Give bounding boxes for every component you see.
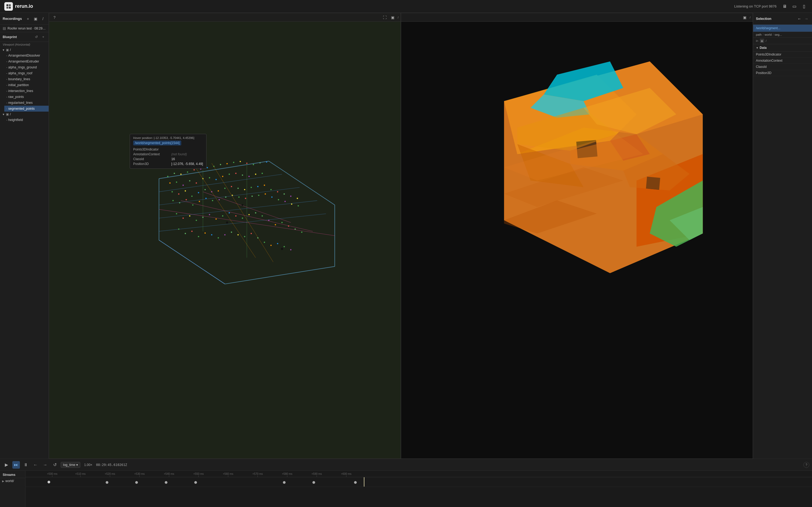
fullscreen-button-3d[interactable]: ⛶ xyxy=(382,14,388,21)
timeline-track[interactable] xyxy=(26,477,812,487)
dot-icon: • xyxy=(6,66,7,69)
connection-status: Listening on TCP port 9876 xyxy=(734,4,776,8)
item-label: initial_partition xyxy=(8,83,29,87)
dot-icon: • xyxy=(6,78,7,80)
monitor-icon[interactable]: 🖥 xyxy=(781,3,789,10)
recording-options-icon[interactable]: ▣ xyxy=(33,16,38,22)
tree-item-arrangement-dissolver[interactable]: • ArrangementDissolver xyxy=(4,53,49,58)
help-button-3d[interactable]: ? xyxy=(51,14,58,21)
step-forward-button[interactable]: ⏭ xyxy=(12,461,20,469)
hover-key: Points3DIndicator xyxy=(133,148,168,151)
ruler-mark: +560 ms xyxy=(223,472,233,477)
tree-item-alpha-rings-roof[interactable]: • alpha_rings_roof xyxy=(4,70,49,76)
tree-root-1[interactable]: ▼ ▣ / xyxy=(0,47,49,53)
hover-key: AnnotationContext xyxy=(133,152,168,156)
dot-icon: • xyxy=(6,90,7,92)
pause-button[interactable]: ⏸ xyxy=(22,461,30,469)
nav-back-button[interactable]: ← xyxy=(797,16,802,22)
tree-item-heightfield[interactable]: • heightfield xyxy=(4,117,49,123)
hover-row-classid: ClassId 16 xyxy=(133,157,203,162)
nav-fwd-button[interactable]: → xyxy=(803,16,809,22)
mobile-icon[interactable]: ▯ xyxy=(800,3,808,10)
hover-row-position3d: Position3D [-12.076, -5.658, 4.49] xyxy=(133,162,203,166)
svg-point-38 xyxy=(178,193,180,195)
svg-point-63 xyxy=(212,200,213,201)
loop-button[interactable]: ↺ xyxy=(51,461,58,469)
dot-icon: • xyxy=(6,102,7,104)
data-section-header[interactable]: ▼ Data xyxy=(753,44,812,52)
recordings-title: Recordings xyxy=(3,17,23,21)
data-item-annotation[interactable]: AnnotationContext xyxy=(753,58,812,64)
tree-item-arrangement-extruder[interactable]: • ArrangementExtruder xyxy=(4,58,49,64)
hover-row-points3d: Points3DIndicator xyxy=(133,147,203,152)
tree-item-raw-points[interactable]: • raw_points xyxy=(4,94,49,100)
viewport-segmented[interactable]: ▣ / xyxy=(401,13,753,459)
tree-item-intersection-lines[interactable]: • intersection_lines xyxy=(4,88,49,94)
svg-point-62 xyxy=(205,198,207,199)
blueprint-reset-button[interactable]: ↺ xyxy=(34,34,39,40)
timeline-chevron-icon: ▾ xyxy=(76,463,78,467)
tree-root-2[interactable]: ▼ ▣ / xyxy=(0,112,49,117)
svg-point-95 xyxy=(176,213,177,214)
svg-point-101 xyxy=(215,218,217,220)
svg-point-37 xyxy=(171,191,173,192)
timeline-type-select[interactable]: log_time ▾ xyxy=(61,462,80,468)
svg-point-10 xyxy=(194,169,195,171)
ruler-mark: +520 ms xyxy=(105,472,115,477)
app-logo[interactable]: rerun.io xyxy=(4,2,33,11)
blueprint-add-button[interactable]: + xyxy=(41,34,46,40)
svg-point-49 xyxy=(251,187,252,188)
svg-point-28 xyxy=(209,177,210,178)
step-fwd-button[interactable]: → xyxy=(41,461,49,469)
tree-root-label: / xyxy=(10,48,11,52)
tree-item-regularised-lines[interactable]: • regularised_lines xyxy=(4,100,49,106)
svg-point-39 xyxy=(185,190,186,191)
timeline-tracks[interactable]: +500 ms +510 ms +520 ms +530 ms +540 ms xyxy=(26,471,812,507)
data-item-position3d[interactable]: Position3D xyxy=(753,70,812,76)
dot-icon: • xyxy=(6,72,7,74)
tablet-icon[interactable]: ▭ xyxy=(791,3,798,10)
selection-panel: Selection ← → /world/segment... path / w… xyxy=(753,13,812,459)
viewport-seg-toolbar: ▣ / xyxy=(401,13,753,22)
selected-entity[interactable]: /world/segment... xyxy=(753,25,812,32)
svg-point-71 xyxy=(265,193,266,195)
options-icon-3d[interactable]: ▣ xyxy=(390,14,396,21)
svg-point-55 xyxy=(290,195,291,197)
viewport-label: Viewport (Horizontal) xyxy=(0,42,49,47)
data-item-classid[interactable]: ClassId xyxy=(753,64,812,70)
svg-point-76 xyxy=(298,205,299,207)
tree-item-initial-partition[interactable]: • initial_partition xyxy=(4,82,49,88)
timestamp-display: 08:29:45.610261Z xyxy=(96,463,127,467)
svg-point-8 xyxy=(180,174,182,175)
timeline-cursor[interactable] xyxy=(364,477,364,487)
tree-item-segmented-points[interactable]: • segmented_points xyxy=(4,106,49,112)
svg-point-74 xyxy=(284,201,286,202)
selection-title: Selection xyxy=(756,17,795,21)
svg-point-52 xyxy=(270,189,272,190)
svg-point-133 xyxy=(226,221,228,223)
add-recording-button[interactable]: + xyxy=(25,16,31,22)
step-back-button[interactable]: ← xyxy=(32,461,39,469)
svg-point-100 xyxy=(209,214,210,215)
play-button[interactable]: ▶ xyxy=(3,461,10,469)
viewport-3d[interactable]: ? ⛶ ▣ / xyxy=(49,13,401,459)
options-icon-seg[interactable]: ▣ xyxy=(742,14,748,21)
svg-point-54 xyxy=(284,193,285,195)
recording-name: Roofer rerun test · 08:29:... xyxy=(7,26,46,30)
speed-control[interactable]: 1.00× xyxy=(83,462,94,467)
hover-val-not-found: (not found) xyxy=(171,152,187,156)
tree-root-label: / xyxy=(10,112,11,116)
stream-world-row[interactable]: ▶ world/ xyxy=(0,478,25,484)
timeline-help-button[interactable]: ? xyxy=(803,462,809,468)
svg-point-26 xyxy=(196,182,197,184)
svg-point-9 xyxy=(187,171,188,173)
tree-item-alpha-rings-ground[interactable]: • alpha_rings_ground xyxy=(4,64,49,70)
tree-item-boundary-lines[interactable]: • boundary_lines xyxy=(4,76,49,82)
svg-point-125 xyxy=(244,236,245,237)
svg-point-14 xyxy=(220,164,221,165)
svg-point-99 xyxy=(202,217,204,218)
recording-item[interactable]: ▤ Roofer rerun test · 08:29:... xyxy=(0,25,49,32)
data-item-points3d[interactable]: Points3DIndicator xyxy=(753,52,812,58)
ruler-mark: +570 ms xyxy=(252,472,263,477)
blueprint-title: Blueprint xyxy=(3,35,32,39)
